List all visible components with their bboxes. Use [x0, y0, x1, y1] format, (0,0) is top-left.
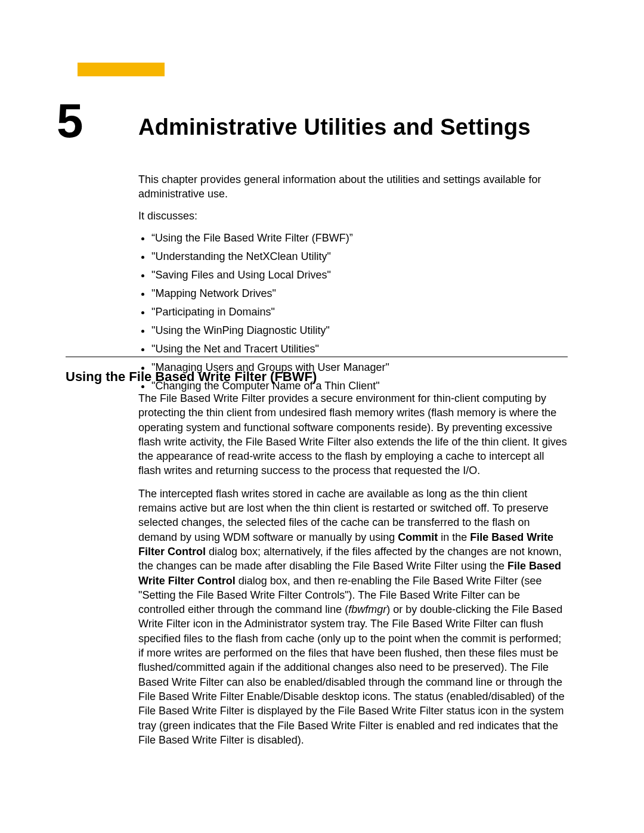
section-body: The File Based Write Filter provides a s… [138, 391, 568, 755]
chapter-number: 5 [57, 97, 83, 145]
document-page: 5 Administrative Utilities and Settings … [0, 0, 644, 833]
intro-bullet-item: "Mapping Network Drives" [151, 286, 568, 302]
intro-bullet-item: “Using the File Based Write Filter (FBWF… [151, 230, 568, 246]
italic-run: fbwfmgr [348, 603, 386, 615]
section-paragraph-2: The intercepted flash writes stored in c… [138, 487, 568, 747]
section-paragraph-1: The File Based Write Filter provides a s… [138, 391, 568, 478]
bold-run: Commit [398, 531, 438, 543]
intro-paragraph-1: This chapter provides general informatio… [138, 172, 568, 202]
intro-bullet-item: "Participating in Domains" [151, 304, 568, 320]
section-divider [66, 357, 568, 357]
intro-paragraph-2: It discusses: [138, 209, 568, 223]
intro-bullet-item: "Understanding the NetXClean Utility" [151, 249, 568, 265]
text-run: ) or by double-clicking the File Based W… [138, 603, 565, 746]
intro-bullet-item: "Saving Files and Using Local Drives" [151, 267, 568, 283]
intro-block: This chapter provides general informatio… [138, 172, 568, 397]
section-heading: Using the File Based Write Filter (FBWF) [66, 369, 317, 385]
accent-bar [78, 63, 165, 76]
chapter-title: Administrative Utilities and Settings [138, 114, 531, 140]
intro-bullet-item: "Using the WinPing Diagnostic Utility" [151, 323, 568, 339]
intro-bullet-item: "Using the Net and Tracert Utilities" [151, 341, 568, 357]
text-run: in the [438, 531, 470, 543]
